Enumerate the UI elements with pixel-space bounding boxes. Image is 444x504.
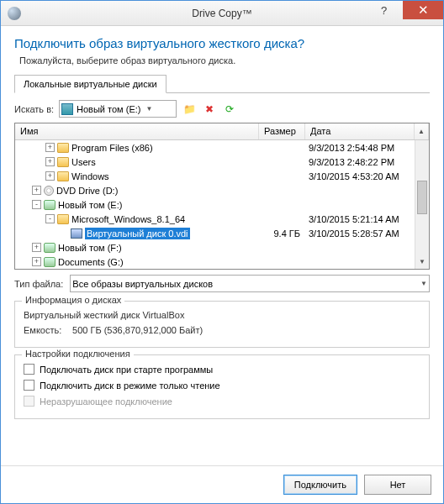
drive-icon [44,257,56,267]
dialog-subheading: Пожалуйста, выберите образ виртуального … [19,55,430,66]
col-name[interactable]: Имя [15,123,259,139]
folder-icon [57,171,69,181]
tree-header: Имя Размер Дата ▲ [15,123,429,140]
tab-local-disks[interactable]: Локальные виртуальные диски [14,75,166,93]
expand-toggle[interactable]: + [45,157,55,166]
disk-info-legend: Информация о дисках [22,295,124,305]
drive-icon [44,243,56,253]
delete-icon[interactable]: ✖ [202,102,217,117]
dialog-footer: Подключить Нет [1,465,443,503]
col-size[interactable]: Размер [259,123,305,139]
tab-strip: Локальные виртуальные диски [14,74,430,93]
item-name: Windows [71,171,109,181]
folder-icon [57,143,69,153]
expand-toggle[interactable]: - [32,200,41,209]
tree-row[interactable]: -Microsoft_Windows_8.1_643/10/2015 5:21:… [15,212,415,226]
filetype-label: Тип файла: [14,279,63,289]
tree-row[interactable]: +Users9/3/2013 2:48:22 PM [15,155,415,169]
tree-row[interactable]: -Новый том (E:) [15,197,415,212]
item-date: 3/10/2015 5:21:14 AM [305,214,415,224]
capacity-label: Емкость: [24,325,70,335]
disk-info-group: Информация о дисках Виртуальный жесткий … [14,301,430,348]
expand-toggle[interactable]: + [45,143,55,152]
expand-toggle[interactable]: + [32,257,41,266]
file-tree: Имя Размер Дата ▲ +Program Files (x86)9/… [14,123,430,270]
search-in-combo[interactable]: Новый том (E:) ▼ [59,100,177,118]
search-in-label: Искать в: [14,104,54,114]
item-name: Documents (G:) [58,257,124,267]
item-name: Новый том (E:) [58,200,122,210]
item-name: DVD Drive (D:) [56,186,118,196]
folder-icon [57,214,69,224]
refresh-icon[interactable]: ⟳ [222,102,237,117]
item-date: 3/10/2015 4:53:20 AM [305,171,415,181]
checkbox-icon [24,364,34,375]
item-name: Microsoft_Windows_8.1_64 [71,214,185,224]
checkbox-icon [24,380,34,391]
cancel-button[interactable]: Нет [364,475,431,495]
mount-options-legend: Настройки подключения [22,349,134,359]
titlebar: Drive Copy™ ? ✕ [1,1,443,26]
expand-toggle[interactable]: + [45,171,55,181]
tree-row[interactable]: +Program Files (x86)9/3/2013 2:54:48 PM [15,140,415,155]
filetype-value: Все образы виртуальных дисков [72,279,213,289]
capacity-value: 500 ГБ (536,870,912,000 Байт) [72,325,203,335]
tree-row[interactable]: Виртуальный диск 0.vdi9.4 ГБ3/10/2015 5:… [15,226,415,240]
disc-icon [44,186,54,196]
checkbox-icon [24,396,34,407]
expand-toggle[interactable]: - [45,214,55,223]
item-name: Users [71,157,96,167]
tree-row[interactable]: +Новый том (F:) [15,240,415,255]
expand-toggle [59,228,68,238]
tree-row[interactable]: +Documents (G:) [15,255,415,269]
scrollbar-thumb[interactable] [417,181,427,214]
item-date: 9/3/2013 2:48:22 PM [305,157,415,167]
item-date: 3/10/2015 5:28:57 AM [305,228,415,239]
connect-button[interactable]: Подключить [283,475,357,495]
col-date[interactable]: Дата [305,123,415,139]
item-name: Новый том (F:) [58,243,122,253]
tree-row[interactable]: +DVD Drive (D:) [15,183,415,197]
help-button[interactable]: ? [365,1,403,19]
close-button[interactable]: ✕ [403,1,443,19]
item-name: Program Files (x86) [71,143,153,153]
dialog-window: Drive Copy™ ? ✕ Подключить образ виртуал… [0,0,444,504]
expand-toggle[interactable]: + [32,186,41,195]
expand-toggle[interactable]: + [32,243,41,252]
folder-new-icon[interactable]: 📁 [182,102,197,117]
drive-icon [44,200,56,210]
scroll-up-icon[interactable]: ▲ [415,123,429,139]
item-name: Виртуальный диск 0.vdi [85,228,190,239]
search-in-value: Новый том (E:) [77,104,140,114]
vertical-scrollbar[interactable]: ▼ [415,140,429,269]
opt-mount-on-start[interactable]: Подключать диск при старте программы [24,364,420,375]
tree-row[interactable]: +Windows3/10/2015 4:53:20 AM [15,169,415,183]
disk-desc: Виртуальный жесткий диск VirtualBox [24,310,420,320]
chevron-down-icon: ▼ [420,280,427,287]
vdi-icon [71,228,82,239]
chevron-down-icon: ▼ [145,105,152,113]
scroll-down-icon[interactable]: ▼ [415,255,429,269]
opt-readonly[interactable]: Подключить диск в режиме только чтение [24,380,420,391]
item-date: 9/3/2013 2:54:48 PM [305,143,415,153]
item-size: 9.4 ГБ [259,228,305,239]
mount-options-group: Настройки подключения Подключать диск пр… [14,354,430,419]
folder-icon [57,157,69,167]
drive-icon [61,103,73,115]
opt-nondestructive: Неразрушающее подключение [24,396,420,407]
dialog-heading: Подключить образ виртуального жесткого д… [14,36,430,50]
filetype-combo[interactable]: Все образы виртуальных дисков ▼ [70,275,430,292]
